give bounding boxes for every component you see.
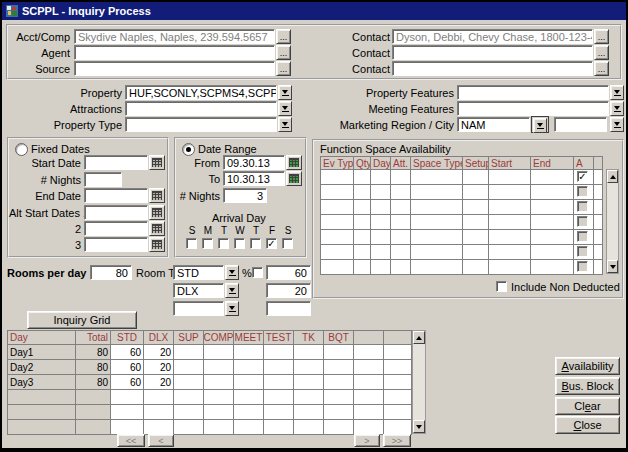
dr-nights-field[interactable]: 3 (223, 188, 267, 203)
fsa-a-cell[interactable] (574, 245, 594, 260)
fsa-cell[interactable] (463, 245, 489, 260)
grid-cell[interactable] (174, 405, 204, 420)
fsa-a-cell[interactable] (574, 200, 594, 215)
property-features-field[interactable] (457, 85, 609, 100)
fsa-cell[interactable] (463, 260, 489, 275)
fsa-cell[interactable] (321, 215, 354, 230)
grid-first-button[interactable]: << (117, 434, 145, 447)
rooms-per-day-field[interactable]: 80 (90, 265, 132, 280)
window-titlebar[interactable]: SCPPL - Inquiry Process (2, 2, 626, 20)
grid-cell[interactable] (324, 345, 354, 360)
grid-cell[interactable] (174, 345, 204, 360)
fsa-cell[interactable] (531, 185, 574, 200)
fsa-cell[interactable] (531, 230, 574, 245)
grid-cell[interactable] (354, 360, 384, 375)
fsa-scroll-down-button[interactable] (607, 260, 618, 273)
grid-next-button[interactable]: > (354, 434, 380, 447)
fsa-cell[interactable] (531, 245, 574, 260)
fsa-a-cell[interactable] (574, 230, 594, 245)
contact2-browse-button[interactable]: ... (594, 45, 609, 60)
fsa-cell[interactable] (463, 215, 489, 230)
alt-start-1-calendar-button[interactable] (149, 205, 165, 220)
grid-cell[interactable] (324, 420, 354, 435)
arrival-tue-checkbox[interactable] (218, 238, 229, 249)
grid-cell[interactable] (294, 375, 324, 390)
fsa-cell[interactable] (411, 230, 463, 245)
marketing-region-dropdown-button[interactable] (533, 118, 547, 133)
fsa-cell[interactable] (531, 170, 574, 185)
fsa-cell[interactable] (371, 215, 391, 230)
fsa-cell[interactable] (489, 185, 531, 200)
fsa-cell[interactable] (354, 200, 371, 215)
fsa-cell[interactable] (411, 215, 463, 230)
grid-cell[interactable] (264, 405, 294, 420)
grid-cell[interactable] (294, 360, 324, 375)
fsa-cell[interactable] (354, 185, 371, 200)
property-field[interactable]: HUF,SCONLY,SCPMS4,SCPPL (125, 85, 277, 100)
clear-button[interactable]: Clear (555, 397, 620, 415)
fsa-cell[interactable] (489, 170, 531, 185)
grid-cell[interactable] (384, 345, 412, 360)
grid-cell[interactable] (384, 390, 412, 405)
fsa-cell[interactable] (354, 230, 371, 245)
grid-cell[interactable] (144, 420, 174, 435)
fsa-scroll-up-button[interactable] (607, 170, 618, 183)
arrival-fri-checkbox[interactable] (266, 238, 277, 249)
percent-checkbox[interactable] (252, 267, 263, 278)
property-features-dropdown-button[interactable] (610, 85, 624, 100)
grid-cell[interactable] (144, 390, 174, 405)
meeting-features-field[interactable] (457, 101, 609, 116)
grid-cell[interactable] (294, 420, 324, 435)
contact1-field[interactable]: Dyson, Debbi, Chevy Chase, 1800-123-4567 (392, 29, 593, 44)
grid-cell[interactable] (324, 360, 354, 375)
to-field[interactable]: 10.30.13 (223, 171, 285, 186)
grid-cell[interactable] (384, 360, 412, 375)
room-type-3-dropdown-button[interactable] (225, 301, 239, 316)
from-field[interactable]: 09.30.13 (223, 155, 285, 170)
fsa-cell[interactable] (321, 245, 354, 260)
grid-scroll-down-button[interactable] (413, 420, 425, 433)
fsa-cell[interactable] (321, 170, 354, 185)
grid-cell[interactable] (324, 405, 354, 420)
grid-cell[interactable]: 60 (111, 360, 144, 375)
fsa-cell[interactable] (489, 230, 531, 245)
start-date-calendar-button[interactable] (149, 155, 165, 170)
fixed-dates-radio[interactable] (15, 143, 28, 156)
grid-cell[interactable] (234, 405, 264, 420)
fsa-a-cell[interactable] (574, 260, 594, 275)
source-browse-button[interactable]: ... (276, 61, 291, 76)
grid-cell[interactable] (354, 375, 384, 390)
grid-scrollbar[interactable] (412, 330, 426, 434)
grid-cell[interactable] (264, 360, 294, 375)
fsa-cell[interactable] (531, 260, 574, 275)
fsa-cell[interactable] (391, 245, 411, 260)
fsa-cell[interactable] (354, 245, 371, 260)
room-type-1-field[interactable]: STD (173, 265, 224, 280)
contact2-field[interactable] (392, 45, 593, 60)
arrival-mon-checkbox[interactable] (202, 238, 213, 249)
source-field[interactable] (74, 61, 275, 76)
bus-block-button[interactable]: Bus. Block (555, 377, 620, 395)
grid-cell[interactable] (174, 360, 204, 375)
room-type-2-field[interactable]: DLX (173, 283, 224, 298)
fsa-cell[interactable] (391, 260, 411, 275)
property-type-dropdown-button[interactable] (278, 117, 292, 132)
grid-cell[interactable] (324, 375, 354, 390)
fsa-a-cell[interactable] (574, 185, 594, 200)
from-calendar-button[interactable] (286, 155, 302, 170)
arrival-sun-checkbox[interactable] (186, 238, 197, 249)
grid-cell[interactable] (234, 390, 264, 405)
fsa-cell[interactable] (321, 230, 354, 245)
grid-cell[interactable] (204, 420, 234, 435)
arrival-wed-checkbox[interactable] (234, 238, 245, 249)
grid-cell[interactable] (234, 375, 264, 390)
grid-cell[interactable] (354, 405, 384, 420)
grid-cell[interactable] (111, 390, 144, 405)
fsa-cell[interactable] (411, 260, 463, 275)
fsa-cell[interactable] (489, 260, 531, 275)
end-date-calendar-button[interactable] (149, 188, 165, 203)
acct-comp-browse-button[interactable]: ... (276, 29, 291, 44)
fsa-cell[interactable] (391, 230, 411, 245)
grid-cell[interactable] (384, 375, 412, 390)
fsa-cell[interactable] (463, 170, 489, 185)
